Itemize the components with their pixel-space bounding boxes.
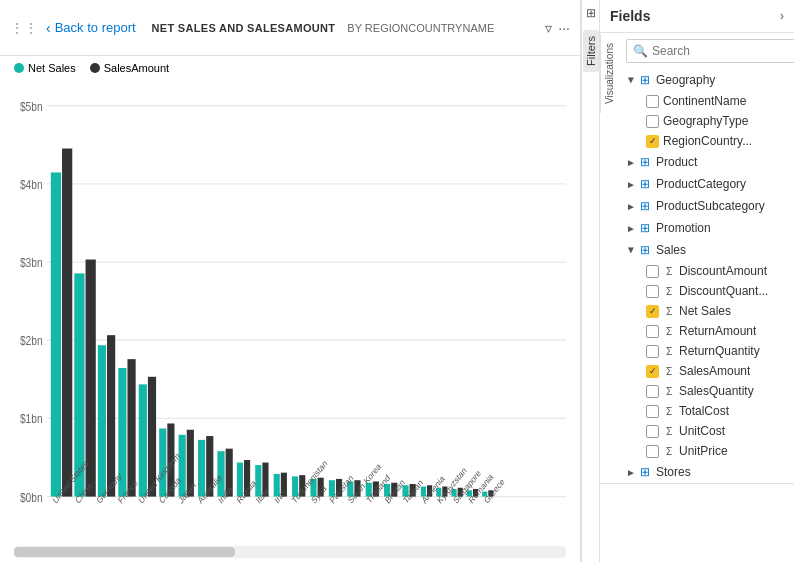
tabs-row: Visualizations 🔍 ► ⊞ Geography Continent… (600, 33, 794, 484)
sigma-total-cost-icon: Σ (663, 406, 675, 417)
table-sales-icon: ⊞ (640, 243, 650, 257)
panel-chevron-icon[interactable]: › (780, 9, 784, 23)
filters-tab[interactable]: ⊞ Filters (581, 0, 599, 562)
field-label-discount-amount: DiscountAmount (679, 264, 767, 278)
chevron-product-subcategory-icon: ► (626, 201, 636, 212)
group-product[interactable]: ► ⊞ Product (618, 151, 794, 173)
checkbox-return-quantity[interactable] (646, 345, 659, 358)
group-product-subcategory[interactable]: ► ⊞ ProductSubcategory (618, 195, 794, 217)
checkbox-sales-quantity[interactable] (646, 385, 659, 398)
chart-scrollbar[interactable] (14, 546, 566, 558)
group-sales[interactable]: ► ⊞ Sales (618, 239, 794, 261)
chevron-geography-icon: ► (626, 75, 637, 85)
group-promotion[interactable]: ► ⊞ Promotion (618, 217, 794, 239)
chart-scrollbar-thumb[interactable] (14, 547, 235, 557)
legend: Net Sales SalesAmount (0, 56, 580, 80)
field-sales-quantity[interactable]: Σ SalesQuantity (618, 381, 794, 401)
field-label-sales-quantity: SalesQuantity (679, 384, 754, 398)
group-geography[interactable]: ► ⊞ Geography (618, 69, 794, 91)
sigma-return-quantity-icon: Σ (663, 346, 675, 357)
field-label-unit-cost: UnitCost (679, 424, 725, 438)
sigma-sales-quantity-icon: Σ (663, 386, 675, 397)
svg-rect-13 (62, 149, 72, 497)
legend-dot-net-sales (14, 63, 24, 73)
field-unit-price[interactable]: Σ UnitPrice (618, 441, 794, 461)
sigma-return-amount-icon: Σ (663, 326, 675, 337)
sigma-unit-cost-icon: Σ (663, 426, 675, 437)
chart-subtitle: BY REGIONCOUNTRYNAME (347, 22, 494, 34)
svg-rect-20 (139, 384, 147, 496)
checkbox-unit-cost[interactable] (646, 425, 659, 438)
svg-rect-19 (127, 359, 135, 496)
checkbox-region-country[interactable] (646, 135, 659, 148)
panel-title: Fields (610, 8, 650, 24)
sigma-discount-amount-icon: Σ (663, 266, 675, 277)
field-label-discount-quant: DiscountQuant... (679, 284, 768, 298)
field-unit-cost[interactable]: Σ UnitCost (618, 421, 794, 441)
field-total-cost[interactable]: Σ TotalCost (618, 401, 794, 421)
chevron-stores-icon: ► (626, 467, 636, 478)
chart-title: NET SALES AND SALESAMOUNT (152, 22, 336, 34)
chart-area: $5bn $4bn $3bn $2bn $1bn $0bn (0, 80, 580, 542)
chevron-sales-icon: ► (626, 245, 637, 255)
field-region-country[interactable]: RegionCountry... (618, 131, 794, 151)
chevron-product-icon: ► (626, 157, 636, 168)
table-geography-icon: ⊞ (640, 73, 650, 87)
svg-text:$4bn: $4bn (20, 178, 43, 191)
svg-text:$3bn: $3bn (20, 256, 43, 269)
field-net-sales[interactable]: Σ Net Sales (618, 301, 794, 321)
svg-text:$0bn: $0bn (20, 491, 43, 504)
chevron-promotion-icon: ► (626, 223, 636, 234)
table-promotion-icon: ⊞ (640, 221, 650, 235)
svg-rect-16 (98, 345, 106, 496)
svg-rect-15 (86, 260, 96, 497)
search-input[interactable] (652, 44, 794, 58)
top-bar: ⋮⋮ ‹ Back to report NET SALES AND SALESA… (0, 0, 580, 56)
checkbox-sales-amount[interactable] (646, 365, 659, 378)
tab-visualizations[interactable]: Visualizations (600, 33, 618, 113)
field-discount-amount[interactable]: Σ DiscountAmount (618, 261, 794, 281)
svg-text:$2bn: $2bn (20, 334, 43, 347)
field-return-quantity[interactable]: Σ ReturnQuantity (618, 341, 794, 361)
checkbox-net-sales[interactable] (646, 305, 659, 318)
checkbox-geography-type[interactable] (646, 115, 659, 128)
field-continent-name[interactable]: ContinentName (618, 91, 794, 111)
field-sales-amount[interactable]: Σ SalesAmount ··· (618, 361, 794, 381)
back-label: Back to report (55, 20, 136, 35)
checkbox-return-amount[interactable] (646, 325, 659, 338)
group-label-stores: Stores (656, 465, 691, 479)
filter-icon[interactable]: ▿ (545, 20, 552, 36)
svg-rect-12 (51, 172, 61, 496)
back-icon: ‹ (46, 20, 51, 36)
field-return-amount[interactable]: Σ ReturnAmount (618, 321, 794, 341)
back-button[interactable]: ‹ Back to report (46, 20, 136, 36)
checkbox-discount-quant[interactable] (646, 285, 659, 298)
svg-text:$1bn: $1bn (20, 412, 43, 425)
field-geography-type[interactable]: GeographyType (618, 111, 794, 131)
search-icon: 🔍 (633, 44, 648, 58)
fields-list: ► ⊞ Geography ContinentName GeographyTyp… (618, 69, 794, 483)
field-label-sales-amount: SalesAmount (679, 364, 750, 378)
group-label-product-category: ProductCategory (656, 177, 746, 191)
filters-label[interactable]: Filters (583, 30, 599, 72)
table-stores-icon: ⊞ (640, 465, 650, 479)
right-panel: Fields › Visualizations 🔍 ► ⊞ Geography (599, 0, 794, 562)
funnel-icon: ⊞ (586, 6, 596, 20)
checkbox-continent-name[interactable] (646, 95, 659, 108)
legend-dot-sales-amount (90, 63, 100, 73)
legend-label-net-sales: Net Sales (28, 62, 76, 74)
group-stores[interactable]: ► ⊞ Stores (618, 461, 794, 483)
checkbox-discount-amount[interactable] (646, 265, 659, 278)
group-product-category[interactable]: ► ⊞ ProductCategory (618, 173, 794, 195)
sigma-net-sales-icon: Σ (663, 306, 675, 317)
left-panel: ⋮⋮ ‹ Back to report NET SALES AND SALESA… (0, 0, 581, 562)
checkbox-total-cost[interactable] (646, 405, 659, 418)
checkbox-unit-price[interactable] (646, 445, 659, 458)
more-icon[interactable]: ··· (558, 20, 570, 36)
svg-rect-17 (107, 335, 115, 496)
table-product-icon: ⊞ (640, 155, 650, 169)
search-box: 🔍 (626, 39, 794, 63)
legend-label-sales-amount: SalesAmount (104, 62, 169, 74)
field-discount-quant[interactable]: Σ DiscountQuant... (618, 281, 794, 301)
field-label-total-cost: TotalCost (679, 404, 729, 418)
